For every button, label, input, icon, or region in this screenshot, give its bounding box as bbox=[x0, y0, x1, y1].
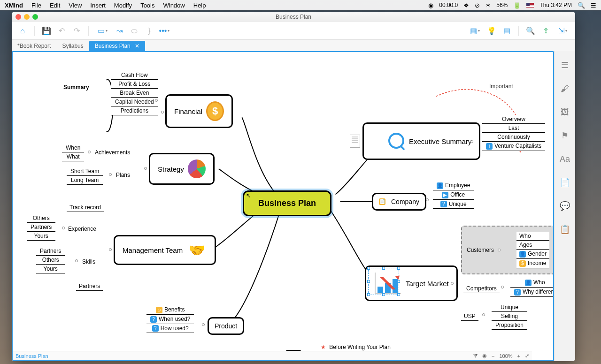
mgmt-item[interactable]: Others bbox=[36, 256, 65, 265]
node-executive[interactable]: Executive Summary bbox=[362, 122, 480, 160]
competitors-label[interactable]: Competitors bbox=[463, 284, 500, 293]
achievements-label[interactable]: Achievements bbox=[95, 149, 130, 156]
spotlight-icon[interactable]: 🔍 bbox=[578, 2, 585, 9]
exec-item[interactable]: Continuously bbox=[482, 133, 545, 142]
financial-item[interactable]: Cash Flow bbox=[111, 71, 158, 80]
usp-item[interactable]: Proposition bbox=[492, 321, 527, 330]
usp-item[interactable]: Unique bbox=[492, 303, 527, 312]
company-item[interactable]: ▶Office bbox=[433, 190, 474, 200]
app-name[interactable]: XMind bbox=[5, 2, 23, 9]
clock[interactable]: Thu 3:42 PM bbox=[539, 2, 572, 8]
filter-icon[interactable]: ⧩ bbox=[473, 353, 478, 359]
node-management[interactable]: Management Team 🤝 bbox=[114, 235, 216, 265]
strategy-item[interactable]: Long Team bbox=[67, 176, 103, 185]
exec-item[interactable]: Last bbox=[482, 124, 545, 133]
font-panel-icon[interactable]: Aa bbox=[560, 154, 570, 164]
track-record[interactable]: Track record bbox=[67, 203, 104, 212]
zoom-level[interactable]: 100% bbox=[499, 353, 512, 359]
financial-item[interactable]: Profit & Loss bbox=[111, 80, 158, 89]
window-maximize-button[interactable] bbox=[32, 14, 38, 20]
fit-button[interactable]: ⤢ bbox=[525, 353, 529, 359]
format-panel-icon[interactable]: 🖌 bbox=[560, 84, 570, 93]
menu-icon[interactable]: ☰ bbox=[591, 2, 596, 9]
gantt-button[interactable]: ▤ bbox=[501, 25, 513, 37]
menu-help[interactable]: Help bbox=[193, 2, 206, 9]
strategy-item[interactable]: Short Team bbox=[67, 167, 103, 176]
financial-item[interactable]: Capital Needed bbox=[111, 98, 158, 106]
search-button[interactable]: 🔍 bbox=[524, 25, 537, 37]
mgmt-item[interactable]: Yours bbox=[27, 232, 55, 241]
product-item[interactable]: ☺Benefits bbox=[146, 305, 194, 315]
boundary-button[interactable]: ⬭ bbox=[128, 25, 140, 37]
more-button[interactable]: ••• bbox=[158, 25, 170, 37]
exec-item[interactable]: iVenture Capitalists bbox=[482, 142, 545, 151]
company-item[interactable]: 👤Employee bbox=[433, 181, 474, 190]
plans-label[interactable]: Plans bbox=[116, 172, 130, 178]
skills-label[interactable]: Skills bbox=[82, 258, 95, 265]
usp-item[interactable]: Selling bbox=[492, 312, 527, 321]
mgmt-item[interactable]: Partners bbox=[36, 247, 65, 256]
zoom-in-button[interactable]: + bbox=[517, 353, 520, 359]
topic-button[interactable]: ▭ bbox=[94, 25, 110, 37]
usp-label[interactable]: USP bbox=[461, 312, 478, 321]
tab-close-icon[interactable]: ✕ bbox=[135, 43, 139, 49]
tab-business-plan[interactable]: Business Plan ✕ bbox=[89, 41, 145, 51]
presentation-button[interactable]: ▦ bbox=[467, 25, 483, 37]
sheet-name[interactable]: Business Plan bbox=[15, 353, 48, 359]
menu-insert[interactable]: Insert bbox=[90, 2, 106, 9]
strategy-item[interactable]: When bbox=[62, 144, 84, 152]
mgmt-item[interactable]: Yours bbox=[36, 265, 65, 273]
menu-tools[interactable]: Tools bbox=[140, 2, 154, 9]
product-item[interactable]: ?How used? bbox=[146, 324, 194, 334]
node-strategy[interactable]: Strategy bbox=[149, 153, 215, 185]
menu-edit[interactable]: Edit bbox=[50, 2, 60, 9]
home-button[interactable]: ⌂ bbox=[16, 25, 29, 37]
share-button[interactable]: ⇪ bbox=[539, 25, 552, 37]
tab-book-report[interactable]: *Book Report bbox=[12, 41, 56, 51]
customer-item[interactable]: 👤Gender bbox=[516, 250, 549, 259]
canvas[interactable]: Business Plan ↖ Financial $ Cash Flow Pr… bbox=[12, 51, 554, 361]
flag-icon[interactable] bbox=[526, 3, 534, 8]
tab-syllabus[interactable]: Syllabus bbox=[56, 41, 89, 51]
experience-label[interactable]: Experience bbox=[68, 226, 96, 232]
product-item[interactable]: ?When used? bbox=[146, 315, 194, 324]
battery-icon[interactable]: 🔋 bbox=[513, 2, 521, 9]
company-item[interactable]: ?Unique bbox=[433, 200, 474, 209]
wifi-icon[interactable]: ✶ bbox=[485, 2, 491, 9]
task-panel-icon[interactable]: 📋 bbox=[560, 225, 570, 234]
mgmt-item[interactable]: Others bbox=[27, 214, 55, 223]
sync-icon[interactable]: ⊘ bbox=[475, 2, 480, 9]
menu-modify[interactable]: Modify bbox=[114, 2, 132, 9]
summary-label[interactable]: Summary bbox=[63, 84, 89, 91]
dropbox-icon[interactable]: ❖ bbox=[463, 2, 469, 9]
export-button[interactable]: ⇲ bbox=[555, 25, 570, 37]
image-panel-icon[interactable]: 🖼 bbox=[560, 107, 570, 117]
financial-item[interactable]: Break Even bbox=[111, 89, 158, 98]
node-financial[interactable]: Financial $ bbox=[165, 94, 233, 128]
partners-label[interactable]: Partners bbox=[76, 282, 103, 291]
customer-item[interactable]: Who bbox=[516, 232, 549, 241]
mgmt-item[interactable]: Partners bbox=[27, 223, 55, 232]
relationship-button[interactable]: ↝ bbox=[113, 25, 125, 37]
summary-button[interactable]: } bbox=[143, 25, 155, 37]
outline-panel-icon[interactable]: ☰ bbox=[560, 61, 570, 70]
notes-panel-icon[interactable]: 📄 bbox=[560, 178, 570, 187]
window-minimize-button[interactable] bbox=[24, 14, 30, 20]
node-company[interactable]: 📄 Company bbox=[372, 193, 426, 211]
exec-item[interactable]: Overview bbox=[482, 115, 545, 124]
customers-box[interactable]: Customers Who Ages 👤Gender $Income bbox=[461, 226, 554, 274]
redo-button[interactable]: ↷ bbox=[70, 25, 83, 37]
customer-item[interactable]: $Income bbox=[516, 259, 549, 268]
idea-button[interactable]: 💡 bbox=[485, 25, 498, 37]
competitor-item[interactable]: 👤Who bbox=[510, 278, 554, 288]
zoom-out-button[interactable]: − bbox=[492, 353, 494, 359]
competitor-item[interactable]: ?Why different bbox=[510, 288, 554, 297]
menu-view[interactable]: View bbox=[69, 2, 82, 9]
menu-window[interactable]: Window bbox=[163, 2, 185, 9]
financial-item[interactable]: Predictions bbox=[111, 106, 158, 115]
menu-file[interactable]: File bbox=[31, 2, 41, 9]
strategy-item[interactable]: What bbox=[62, 152, 84, 161]
node-central[interactable]: Business Plan bbox=[243, 190, 331, 216]
view-icon[interactable]: ◉ bbox=[482, 353, 487, 359]
customer-item[interactable]: Ages bbox=[516, 241, 549, 250]
